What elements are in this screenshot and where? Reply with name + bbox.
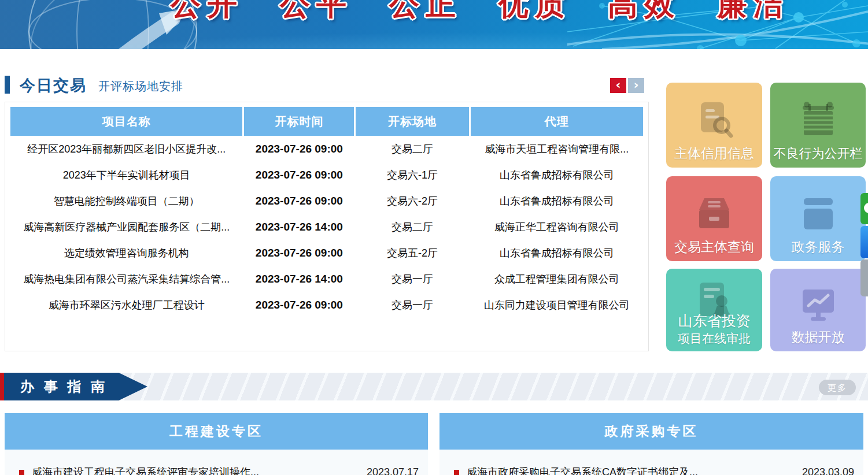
tile-label: 山东省投资 [666, 311, 762, 331]
tile-credit-info[interactable]: 主体信用信息 [666, 83, 762, 168]
title-accent-bar [5, 76, 10, 94]
cell-venue: 交易五-2厅 [356, 240, 468, 266]
tile-bad-behavior-board[interactable]: 不良行为公开栏 [770, 83, 866, 168]
news-item[interactable]: 威海市政府采购电子交易系统CA数字证书绑定及...2023.03.09 [449, 461, 854, 475]
tile-label: 政务服务 [770, 238, 866, 256]
table-row: 智慧电能控制终端项目（二期）2023-07-26 09:00交易六-2厅山东省鲁… [10, 188, 643, 214]
banner-glow [0, 32, 868, 49]
cell-project-name[interactable]: 威海市环翠区污水处理厂工程设计 [10, 292, 242, 318]
trade-table: 项目名称 开标时间 开标场地 代理 经开区2023年丽都新四区老旧小区提升改..… [9, 107, 645, 318]
cell-time: 2023-07-26 09:00 [244, 162, 354, 188]
panel-body: 威海市建设工程电子交易系统评审专家培训操作...2023.07.17 [5, 450, 428, 475]
news-date: 2023.07.17 [367, 466, 419, 475]
data-monitor-icon [796, 284, 841, 329]
cell-venue: 交易六-2厅 [356, 188, 468, 214]
bulletin-board-icon [796, 98, 841, 143]
col-venue: 开标场地 [356, 107, 468, 136]
table-row: 威海市环翠区污水处理厂工程设计2023-07-26 09:00交易一厅山东同力建… [10, 292, 643, 318]
table-row: 2023年下半年实训耗材项目2023-07-26 09:00交易六-1厅山东省鲁… [10, 162, 643, 188]
cell-project-name[interactable]: 2023年下半年实训耗材项目 [10, 162, 242, 188]
quick-link-tiles: 主体信用信息 不良行为公开栏 交易主体 [666, 83, 866, 351]
section-title: 今日交易 [20, 75, 87, 96]
cell-time: 2023-07-26 09:00 [244, 136, 354, 162]
bullet-icon [19, 470, 24, 475]
banner-slogan: 公开 公平 公正 优质 高效 廉洁 [171, 0, 790, 25]
cell-time: 2023-07-26 09:00 [244, 292, 354, 318]
cell-agency: 山东省鲁成招标有限公司 [471, 188, 643, 214]
widget-badge [864, 203, 868, 213]
news-item[interactable]: 威海市建设工程电子交易系统评审专家培训操作...2023.07.17 [14, 461, 419, 475]
more-button[interactable]: 更多 [819, 380, 856, 395]
col-open-time: 开标时间 [244, 107, 354, 136]
tile-trade-entity-search[interactable]: 交易主体查询 [666, 176, 762, 261]
panel-body: 威海市政府采购电子交易系统CA数字证书绑定及...2023.03.09 [439, 450, 863, 475]
next-arrow-button[interactable]: › [628, 78, 644, 93]
cell-project-name[interactable]: 经开区2023年丽都新四区老旧小区提升改... [10, 136, 242, 162]
trade-table-panel: 项目名称 开标时间 开标场地 代理 经开区2023年丽都新四区老旧小区提升改..… [5, 102, 649, 351]
table-row: 选定绩效管理咨询服务机构2023-07-26 09:00交易五-2厅山东省鲁成招… [10, 240, 643, 266]
tile-label: 交易主体查询 [666, 238, 762, 256]
cell-venue: 交易六-1厅 [356, 162, 468, 188]
table-header-row: 项目名称 开标时间 开标场地 代理 [10, 107, 643, 136]
cell-venue: 交易一厅 [356, 292, 468, 318]
cell-venue: 交易二厅 [356, 214, 468, 240]
page: 公开 公平 公正 优质 高效 廉洁 今日交易 开评标场地安排 ‹› 项目名称 开… [0, 0, 868, 475]
float-widget-gray[interactable] [860, 259, 868, 296]
guide-title-banner: 办 事 指 南 [4, 373, 147, 400]
table-row: 威海热电集团有限公司蒸汽采集结算综合管...2023-07-26 14:00交易… [10, 266, 643, 292]
bullet-icon [454, 470, 459, 475]
cell-agency: 山东省鲁成招标有限公司 [471, 240, 643, 266]
tile-sublabel: 项目在线审批 [666, 331, 762, 347]
news-title[interactable]: 威海市建设工程电子交易系统评审专家培训操作... [32, 465, 354, 475]
panel-title: 政府采购专区 [439, 413, 863, 450]
trade-table-body: 经开区2023年丽都新四区老旧小区提升改...2023-07-26 09:00交… [10, 136, 643, 318]
cell-time: 2023-07-26 09:00 [244, 188, 354, 214]
panel-procurement: 政府采购专区 威海市政府采购电子交易系统CA数字证书绑定及...2023.03.… [439, 413, 863, 475]
cell-project-name[interactable]: 威海高新医疗器械产业园配套服务区（二期... [10, 214, 242, 240]
tile-label: 不良行为公开栏 [770, 145, 866, 162]
col-agency: 代理 [471, 107, 643, 136]
tile-label: 数据开放 [770, 328, 866, 346]
cell-agency: 威海市天垣工程咨询管理有限... [471, 136, 643, 162]
cell-project-name[interactable]: 威海热电集团有限公司蒸汽采集结算综合管... [10, 266, 242, 292]
service-guide-bar: 办 事 指 南 更多 [0, 373, 868, 400]
cell-time: 2023-07-26 14:00 [244, 266, 354, 292]
col-project-name: 项目名称 [10, 107, 242, 136]
top-banner: 公开 公平 公正 优质 高效 廉洁 [0, 0, 868, 49]
news-title[interactable]: 威海市政府采购电子交易系统CA数字证书绑定及... [467, 465, 789, 475]
cell-venue: 交易一厅 [356, 266, 468, 292]
cell-project-name[interactable]: 选定绩效管理咨询服务机构 [10, 240, 242, 266]
prev-arrow-button[interactable]: ‹ [610, 78, 626, 93]
cell-agency: 山东同力建设项目管理有限公司 [471, 292, 643, 318]
archive-box-icon [692, 191, 737, 236]
float-widget-blue[interactable] [860, 226, 868, 258]
float-widget-green[interactable] [860, 193, 868, 224]
service-card-icon [796, 191, 841, 236]
credit-info-icon [692, 98, 737, 143]
tab-venue-schedule[interactable]: 开评标场地安排 [98, 79, 183, 94]
cell-agency: 众成工程管理集团有限公司 [471, 266, 643, 292]
cell-time: 2023-07-26 14:00 [244, 214, 354, 240]
panel-engineering: 工程建设专区 威海市建设工程电子交易系统评审专家培训操作...2023.07.1… [5, 413, 428, 475]
panel-title: 工程建设专区 [5, 413, 428, 450]
tile-shandong-investment-approval[interactable]: 山东省投资 项目在线审批 [666, 269, 762, 351]
guide-accent-bar [0, 373, 4, 400]
table-row: 威海高新医疗器械产业园配套服务区（二期...2023-07-26 14:00交易… [10, 214, 643, 240]
carousel-nav: ‹› [610, 78, 644, 93]
tile-open-data[interactable]: 数据开放 [770, 269, 866, 351]
cell-venue: 交易二厅 [356, 136, 468, 162]
table-row: 经开区2023年丽都新四区老旧小区提升改...2023-07-26 09:00交… [10, 136, 643, 162]
news-date: 2023.03.09 [802, 466, 854, 475]
tile-label: 主体信用信息 [666, 144, 762, 162]
cell-agency: 山东省鲁成招标有限公司 [471, 162, 643, 188]
today-trading-header: 今日交易 开评标场地安排 ‹› [5, 74, 649, 97]
tile-government-services[interactable]: 政务服务 [770, 176, 866, 261]
cell-project-name[interactable]: 智慧电能控制终端项目（二期） [10, 188, 242, 214]
cell-time: 2023-07-26 09:00 [244, 240, 354, 266]
cell-agency: 威海正华工程咨询有限公司 [471, 214, 643, 240]
